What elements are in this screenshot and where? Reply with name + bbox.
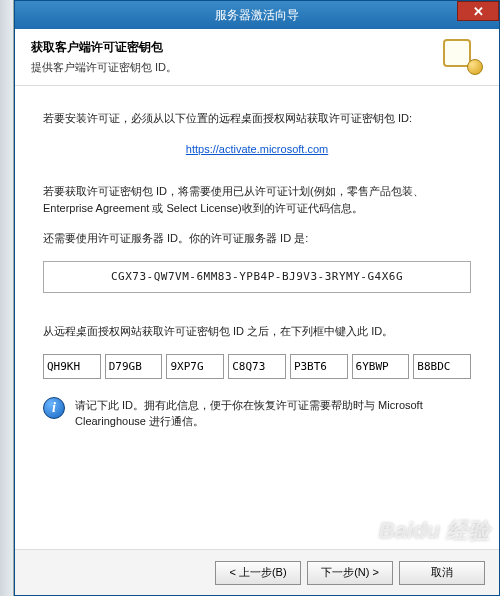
activation-wizard-dialog: 服务器激活向导 ✕ 获取客户端许可证密钥包 提供客户端许可证密钥包 ID。 若要… [14,0,500,596]
dialog-title: 服务器激活向导 [15,7,499,24]
header-subtitle: 提供客户端许可证密钥包 ID。 [31,60,431,75]
keypack-field-7[interactable] [413,354,471,379]
keypack-field-6[interactable] [352,354,410,379]
keypack-field-3[interactable] [166,354,224,379]
certificate-icon [443,39,483,75]
close-button[interactable]: ✕ [457,1,499,21]
info-row: i 请记下此 ID。拥有此信息，便于你在恢复许可证需要帮助时与 Microsof… [43,397,471,430]
parent-window-edge [0,0,14,596]
next-button[interactable]: 下一步(N) > [307,561,393,585]
instruction-install: 若要安装许可证，必须从以下位置的远程桌面授权网站获取许可证密钥包 ID: [43,110,471,127]
header-text: 获取客户端许可证密钥包 提供客户端许可证密钥包 ID。 [31,39,431,75]
instruction-enter: 从远程桌面授权网站获取许可证密钥包 ID 之后，在下列框中键入此 ID。 [43,323,471,340]
cancel-button[interactable]: 取消 [399,561,485,585]
info-text: 请记下此 ID。拥有此信息，便于你在恢复许可证需要帮助时与 Microsoft … [75,397,471,430]
wizard-content: 若要安装许可证，必须从以下位置的远程桌面授权网站获取许可证密钥包 ID: htt… [15,86,499,549]
keypack-field-5[interactable] [290,354,348,379]
back-button[interactable]: < 上一步(B) [215,561,301,585]
close-icon: ✕ [473,4,484,19]
keypack-id-row [43,354,471,379]
titlebar: 服务器激活向导 ✕ [15,1,499,29]
wizard-footer: < 上一步(B) 下一步(N) > 取消 [15,549,499,595]
keypack-field-4[interactable] [228,354,286,379]
info-icon: i [43,397,65,419]
server-id-display: CGX73-QW7VM-6MM83-YPB4P-BJ9V3-3RYMY-G4X6… [43,261,471,294]
header-title: 获取客户端许可证密钥包 [31,39,431,56]
instruction-serverid: 还需要使用许可证服务器 ID。你的许可证服务器 ID 是: [43,230,471,247]
keypack-field-1[interactable] [43,354,101,379]
activation-link[interactable]: https://activate.microsoft.com [186,143,328,155]
keypack-field-2[interactable] [105,354,163,379]
instruction-keypack: 若要获取许可证密钥包 ID，将需要使用已从许可证计划(例如，零售产品包装、Ent… [43,183,471,216]
wizard-header: 获取客户端许可证密钥包 提供客户端许可证密钥包 ID。 [15,29,499,86]
